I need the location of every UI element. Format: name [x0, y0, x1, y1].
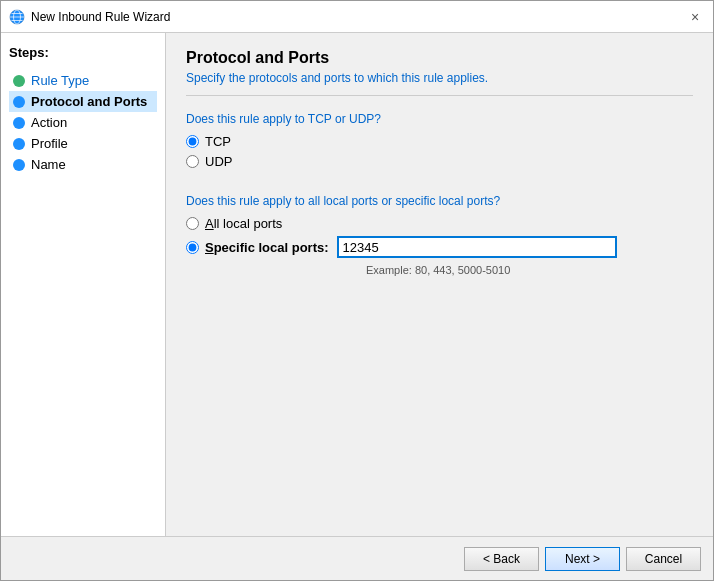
- udp-radio[interactable]: [186, 155, 199, 168]
- sidebar-item-protocol-ports[interactable]: Protocol and Ports: [9, 91, 157, 112]
- sidebar-label-action: Action: [31, 115, 67, 130]
- tcp-label[interactable]: TCP: [205, 134, 231, 149]
- specific-ports-row: Specific local ports:: [205, 236, 617, 258]
- tcp-option[interactable]: TCP: [186, 134, 693, 149]
- back-button[interactable]: < Back: [464, 547, 539, 571]
- cancel-button[interactable]: Cancel: [626, 547, 701, 571]
- wizard-window: New Inbound Rule Wizard × Steps: Rule Ty…: [0, 0, 714, 581]
- specific-ports-radio[interactable]: [186, 241, 199, 254]
- title-bar-left: New Inbound Rule Wizard: [9, 9, 170, 25]
- all-ports-radio[interactable]: [186, 217, 199, 230]
- sidebar-label-protocol-ports: Protocol and Ports: [31, 94, 147, 109]
- step-dot-rule-type: [13, 75, 25, 87]
- ports-question: Does this rule apply to all local ports …: [186, 194, 693, 208]
- protocol-question: Does this rule apply to TCP or UDP?: [186, 112, 693, 126]
- protocol-radio-group: TCP UDP: [186, 134, 693, 174]
- ports-radio-group: All local ports Specific local ports:: [186, 216, 693, 258]
- window-title: New Inbound Rule Wizard: [31, 10, 170, 24]
- example-text: Example: 80, 443, 5000-5010: [366, 264, 693, 276]
- all-ports-label[interactable]: All local ports: [205, 216, 282, 231]
- sidebar-label-rule-type: Rule Type: [31, 73, 89, 88]
- all-ports-option[interactable]: All local ports: [186, 216, 693, 231]
- sidebar-label-profile: Profile: [31, 136, 68, 151]
- udp-option[interactable]: UDP: [186, 154, 693, 169]
- step-dot-protocol-ports: [13, 96, 25, 108]
- sidebar: Steps: Rule Type Protocol and Ports Acti…: [1, 33, 166, 536]
- panel-heading: Protocol and Ports: [186, 49, 693, 67]
- window-icon: [9, 9, 25, 25]
- udp-label[interactable]: UDP: [205, 154, 232, 169]
- sidebar-item-profile[interactable]: Profile: [9, 133, 157, 154]
- sidebar-title: Steps:: [9, 45, 157, 60]
- step-dot-profile: [13, 138, 25, 150]
- tcp-radio[interactable]: [186, 135, 199, 148]
- sidebar-label-name: Name: [31, 157, 66, 172]
- next-button[interactable]: Next >: [545, 547, 620, 571]
- ports-input[interactable]: [337, 236, 617, 258]
- step-dot-name: [13, 159, 25, 171]
- specific-ports-option[interactable]: Specific local ports:: [186, 236, 693, 258]
- bottom-bar: < Back Next > Cancel: [1, 536, 713, 580]
- content-area: Steps: Rule Type Protocol and Ports Acti…: [1, 33, 713, 536]
- main-panel: Protocol and Ports Specify the protocols…: [166, 33, 713, 536]
- sidebar-item-action[interactable]: Action: [9, 112, 157, 133]
- specific-ports-label[interactable]: Specific local ports:: [205, 240, 329, 255]
- title-bar: New Inbound Rule Wizard ×: [1, 1, 713, 33]
- sidebar-item-name[interactable]: Name: [9, 154, 157, 175]
- ports-section: Does this rule apply to all local ports …: [186, 194, 693, 276]
- spacer: [186, 276, 693, 520]
- sidebar-item-rule-type[interactable]: Rule Type: [9, 70, 157, 91]
- close-button[interactable]: ×: [685, 7, 705, 27]
- step-dot-action: [13, 117, 25, 129]
- panel-subheading: Specify the protocols and ports to which…: [186, 71, 693, 96]
